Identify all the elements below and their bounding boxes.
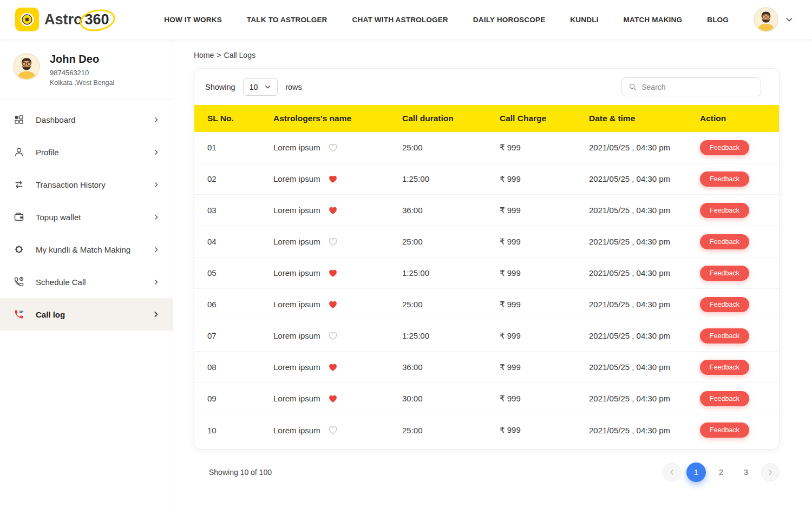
cell-sl: 09	[207, 394, 273, 403]
col-header-astrologer-name: Astrologers's name	[273, 114, 402, 123]
table-row: 09 Lorem ipsum 30:00 ₹ 999 2021/05/25 , …	[194, 383, 779, 414]
favorite-heart-outline-icon[interactable]	[328, 143, 338, 152]
breadcrumb: Home>Call Logs	[173, 39, 812, 60]
cell-action: Feedback	[700, 140, 779, 155]
favorite-heart-filled-icon[interactable]	[328, 269, 338, 278]
cell-datetime: 2021/05/25 , 04:30 pm	[589, 206, 700, 215]
cell-astrologer: Lorem ipsum	[273, 331, 402, 340]
sidebar-item-call-log[interactable]: Call log	[0, 298, 173, 331]
chevron-right-icon	[152, 311, 160, 318]
feedback-button[interactable]: Feedback	[700, 422, 749, 438]
page-button[interactable]: 3	[736, 463, 756, 482]
feedback-button[interactable]: Feedback	[700, 234, 749, 249]
feedback-button[interactable]: Feedback	[700, 203, 749, 218]
cell-astrologer: Lorem ipsum	[273, 394, 402, 403]
astrologer-name: Lorem ipsum	[273, 331, 320, 340]
favorite-heart-outline-icon[interactable]	[328, 426, 338, 434]
nav-item-blog[interactable]: BLOG	[707, 16, 729, 24]
cell-duration: 25:00	[402, 237, 500, 246]
breadcrumb-home[interactable]: Home	[194, 51, 214, 60]
cell-charge: ₹ 999	[500, 268, 589, 278]
chevron-right-icon	[153, 214, 160, 221]
favorite-heart-filled-icon[interactable]	[328, 175, 338, 183]
table-body: 01 Lorem ipsum 25:00 ₹ 999 2021/05/25 , …	[194, 132, 779, 449]
cell-duration: 25:00	[402, 426, 500, 435]
cell-datetime: 2021/05/25 , 04:30 pm	[589, 237, 700, 246]
rows-label: rows	[285, 83, 302, 91]
astrologer-name: Lorem ipsum	[273, 362, 320, 372]
nav-item-daily-horoscope[interactable]: DAILY HOROSCOPE	[473, 16, 546, 24]
user-avatar[interactable]	[754, 7, 778, 32]
page-button[interactable]: 2	[711, 463, 731, 482]
rows-per-page-select[interactable]: 10	[243, 78, 278, 96]
nav-item-how-it-works[interactable]: HOW IT WORKS	[164, 16, 222, 24]
cell-duration: 36:00	[402, 206, 500, 215]
sidebar-user-info: John Deo 9874563210 Kolkata ,West Bengal	[50, 53, 114, 87]
user-location: Kolkata ,West Bengal	[50, 79, 114, 87]
cell-astrologer: Lorem ipsum	[273, 362, 402, 372]
col-header-call-duration: Call duration	[402, 114, 500, 123]
cell-charge: ₹ 999	[500, 300, 589, 309]
chevron-left-icon[interactable]	[663, 463, 681, 481]
favorite-heart-outline-icon[interactable]	[328, 332, 338, 340]
schedule-call-icon	[13, 276, 25, 288]
sidebar-item-dashboard[interactable]: Dashboard	[0, 103, 173, 136]
table-row: 10 Lorem ipsum 25:00 ₹ 999 2021/05/25 , …	[194, 414, 779, 446]
feedback-button[interactable]: Feedback	[700, 297, 749, 312]
feedback-button[interactable]: Feedback	[700, 140, 749, 155]
sidebar-item-kundli-match-making[interactable]: My kundli & Match Making	[0, 233, 173, 266]
feedback-button[interactable]: Feedback	[700, 171, 749, 187]
chevron-down-icon[interactable]	[785, 15, 794, 24]
favorite-heart-filled-icon[interactable]	[328, 206, 338, 215]
feedback-button[interactable]: Feedback	[700, 266, 749, 281]
page-button[interactable]: 1	[686, 463, 706, 482]
sidebar-item-profile[interactable]: Profile	[0, 136, 173, 168]
table-row: 01 Lorem ipsum 25:00 ₹ 999 2021/05/25 , …	[194, 132, 779, 163]
cell-charge: ₹ 999	[500, 143, 589, 153]
chevron-right-icon	[153, 149, 160, 156]
cell-duration: 1:25:00	[402, 331, 500, 340]
cell-charge: ₹ 999	[500, 362, 589, 372]
brand-name: Astro360	[44, 11, 112, 28]
cell-datetime: 2021/05/25 , 04:30 pm	[589, 174, 700, 183]
cell-charge: ₹ 999	[500, 425, 589, 435]
search-input[interactable]	[641, 83, 754, 91]
cell-sl: 03	[207, 206, 273, 215]
chevron-right-icon	[153, 116, 160, 123]
feedback-button[interactable]: Feedback	[700, 391, 749, 406]
nav-item-match-making[interactable]: MATCH MAKING	[624, 16, 683, 24]
astrologer-name: Lorem ipsum	[273, 206, 320, 215]
top-navbar: Astro360 HOW IT WORKS TALK TO ASTROLGER …	[0, 0, 812, 39]
search-box	[621, 77, 761, 96]
nav-item-talk-to-astrologer[interactable]: TALK TO ASTROLGER	[247, 16, 328, 24]
feedback-button[interactable]: Feedback	[700, 360, 749, 375]
showing-summary: Showing 10 of 100	[209, 468, 272, 477]
cell-charge: ₹ 999	[500, 237, 589, 247]
nav-item-chat-with-astrologer[interactable]: CHAT WITH ASTROLOGER	[352, 16, 448, 24]
favorite-heart-filled-icon[interactable]	[328, 394, 338, 403]
nav-item-kundli[interactable]: KUNDLI	[570, 16, 598, 24]
chevron-right-icon	[153, 181, 160, 188]
feedback-button[interactable]: Feedback	[700, 328, 749, 344]
favorite-heart-filled-icon[interactable]	[328, 363, 338, 372]
favorite-heart-outline-icon[interactable]	[328, 237, 338, 246]
favorite-heart-filled-icon[interactable]	[328, 300, 338, 309]
sidebar-item-schedule-call[interactable]: Schedule Call	[0, 266, 173, 298]
breadcrumb-separator: >	[217, 51, 221, 60]
user-phone: 9874563210	[50, 69, 114, 77]
dashboard-icon	[13, 114, 25, 126]
astrologer-name: Lorem ipsum	[273, 426, 320, 435]
pagination: 1 2 3	[663, 463, 780, 482]
brand-logo[interactable]: Astro360	[15, 8, 112, 31]
table-row: 03 Lorem ipsum 36:00 ₹ 999 2021/05/25 , …	[194, 195, 779, 226]
kundli-icon	[13, 243, 25, 255]
chevron-right-icon[interactable]	[761, 463, 780, 481]
cell-datetime: 2021/05/25 , 04:30 pm	[589, 143, 700, 152]
sidebar-item-topup-wallet[interactable]: Topup wallet	[0, 201, 173, 233]
cell-sl: 08	[207, 362, 273, 372]
cell-action: Feedback	[700, 203, 779, 218]
sidebar-item-transaction-history[interactable]: Transaction History	[0, 168, 173, 201]
cell-astrologer: Lorem ipsum	[273, 300, 402, 309]
cell-duration: 36:00	[402, 362, 500, 372]
table-row: 02 Lorem ipsum 1:25:00 ₹ 999 2021/05/25 …	[194, 163, 779, 195]
